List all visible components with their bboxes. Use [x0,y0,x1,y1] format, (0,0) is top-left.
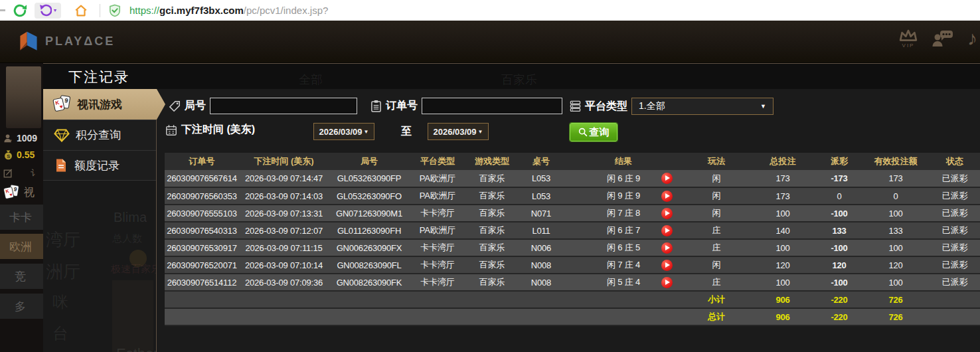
sidebar-item-points-query[interactable]: 积分查询 [43,120,156,150]
cell-payout: 133 [816,222,862,239]
result-text: 闲 7 庄 4 [607,260,640,270]
cell-order: 260309076530917 [165,239,239,256]
order-number-input[interactable] [422,98,562,114]
date-to-picker[interactable]: 2026/03/09▼ [428,123,489,140]
table-row: 2603090765676142026-03-09 07:14:47GL0532… [165,170,980,187]
customer-service-button[interactable] [932,29,954,48]
replay-video-button[interactable] [661,277,673,288]
cell-valid: 100 [862,274,929,291]
cell-play: 闲 [683,187,750,205]
cell-time: 2026-03-09 07:11:15 [239,239,329,256]
replay-video-button[interactable] [661,173,673,184]
refresh-icon[interactable] [12,3,28,19]
ghost-mi: 咪 [52,292,68,313]
edit-icon[interactable] [3,169,13,178]
cell-payout: -100 [816,239,862,256]
cell-order: 260309076560353 [165,187,239,205]
total-payout: -220 [816,308,862,325]
query-button[interactable]: 查询 [570,123,617,141]
cell-game: 百家乐 [465,187,519,205]
cell-valid: 100 [862,205,929,222]
cell-result: 闲 7 庄 8 [564,205,683,222]
date-from-picker[interactable]: 2026/03/09▼ [313,123,374,140]
cell-bet: 120 [750,256,816,274]
vip-label: VIP [902,43,915,48]
sidebar-item-video-games[interactable]: 9K 视讯游戏 [43,89,165,120]
user-avatar[interactable] [6,66,41,128]
undo-button[interactable]: ▼ [35,3,61,19]
replay-video-button[interactable] [661,242,673,254]
browser-toolbar: ▼ https://gci.myf7f3bx.com/pc/pcv1/index… [0,0,980,21]
cell-game: 百家乐 [465,239,519,256]
subtotal-label: 小计 [683,291,750,308]
empty-cell [165,291,683,308]
lobby-tab-europe[interactable]: 欧洲 [0,234,43,259]
replay-video-button[interactable] [661,225,673,236]
sidebar-item-label: 积分查询 [76,128,121,143]
video-games-icon: 9K [4,185,19,200]
cell-bet: 100 [750,239,816,256]
lobby-tab-jing[interactable]: 竞 [0,264,43,289]
cell-status: 已派彩 [929,222,980,239]
secure-shield-icon[interactable] [108,3,122,18]
vip-button[interactable]: VIP [898,29,918,48]
cell-bet: 173 [750,187,816,205]
cell-valid: 133 [862,222,929,239]
cell-bet: 173 [750,170,816,187]
music-button[interactable]: ♪ [967,29,977,48]
date-from-value: 2026/03/09 [319,127,363,137]
search-icon [578,128,588,137]
cell-round: GN006263090FX [329,239,410,256]
cell-order: 260309076514112 [165,274,239,291]
url-path: /pc/pcv1/index.jsp? [244,5,329,16]
app-header: PLAYΔCE VIP ♪ [0,21,980,63]
sidebar-item-quota-records[interactable]: 额度记录 [43,150,156,181]
result-text: 闲 6 庄 5 [607,242,640,252]
cell-play: 闲 [683,256,750,274]
subtotal-valid: 726 [862,291,929,308]
replay-video-button[interactable] [661,260,673,271]
round-number-label: 局号 [185,99,206,113]
lobby-tab-kaka[interactable]: 卡卡 [0,205,43,230]
ghost-dealer-photo [112,280,153,352]
cell-result: 闲 5 庄 4 [564,274,683,291]
window-edge-icon [0,9,5,11]
cell-time: 2026-03-09 07:13:31 [239,205,329,222]
cell-time: 2026-03-09 07:14:47 [239,170,329,187]
ghost-dealer-name: Blima [114,210,147,225]
music-note-icon: ♪ [967,29,977,48]
table-row: 2603090765141122026-03-09 07:09:36GN0082… [165,274,980,291]
playace-logo[interactable]: PLAYΔCE [19,31,115,52]
cell-game: 百家乐 [465,170,519,187]
platform-type-select[interactable]: 1.全部 ▼ [631,98,774,115]
playing-cards-icon: 9K [54,96,71,112]
order-number-label: 订单号 [386,99,418,113]
replay-video-button[interactable] [661,191,673,202]
date-to-value: 2026/03/09 [434,127,477,137]
col-bet: 总投注 [750,153,816,170]
lobby-tab-duo[interactable]: 多 [0,294,43,319]
result-text: 闲 5 庄 4 [607,277,640,287]
cell-table: L053 [519,187,564,205]
dialog-sidebar: 9K 视讯游戏 积分查询 额度记录 湾厅 洲厅 [43,89,156,352]
round-number-input[interactable] [210,98,357,114]
table-row: 2603090765403132026-03-09 07:12:07GL0112… [165,222,980,239]
home-icon[interactable] [73,3,89,19]
platform-list-icon [570,100,581,112]
cell-play: 闲 [683,205,750,222]
cell-result: 闲 6 庄 5 [564,239,683,256]
brand-name: PLAYΔCE [45,35,115,48]
cell-table: L053 [519,170,564,187]
cell-bet: 140 [750,222,816,239]
cell-valid: 100 [862,239,929,256]
col-table: 桌号 [519,153,564,170]
address-bar[interactable]: https://gci.myf7f3bx.com/pc/pcv1/index.j… [129,5,328,16]
cell-result: 闲 9 庄 9 [564,187,683,205]
undo-dropdown-caret[interactable]: ▼ [53,8,58,13]
col-result: 结果 [564,153,683,170]
cell-table: N008 [519,274,564,291]
partial-text: 视 [24,186,35,200]
replay-video-button[interactable] [661,208,673,219]
lobby-tab-label: 多 [15,299,26,314]
ghost-hall1: 湾厅 [46,228,80,252]
